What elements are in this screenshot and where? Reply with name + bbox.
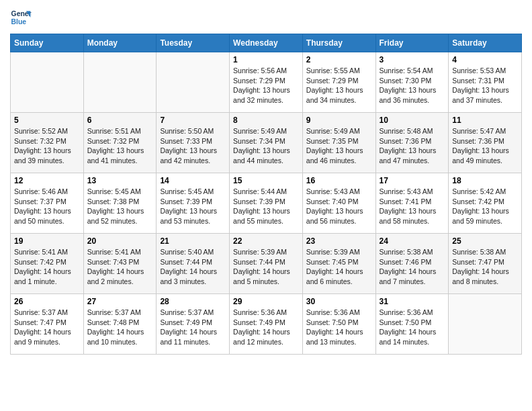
calendar-cell: [11, 52, 84, 113]
col-header-tuesday: Tuesday: [157, 34, 230, 52]
day-info: Sunrise: 5:49 AM Sunset: 7:34 PM Dayligh…: [233, 126, 299, 166]
day-info: Sunrise: 5:47 AM Sunset: 7:36 PM Dayligh…: [452, 126, 518, 166]
day-number: 9: [306, 116, 372, 125]
day-number: 5: [14, 116, 80, 125]
col-header-wednesday: Wednesday: [230, 34, 303, 52]
calendar-cell: [449, 294, 522, 355]
day-number: 3: [380, 55, 445, 64]
day-number: 1: [233, 55, 299, 64]
day-number: 2: [306, 55, 372, 64]
day-number: 14: [160, 176, 226, 185]
day-info: Sunrise: 5:37 AM Sunset: 7:48 PM Dayligh…: [87, 308, 153, 347]
day-number: 17: [380, 176, 445, 185]
day-number: 13: [87, 176, 153, 185]
calendar-cell: [157, 52, 230, 113]
day-number: 10: [380, 116, 445, 125]
day-info: Sunrise: 5:45 AM Sunset: 7:38 PM Dayligh…: [87, 187, 153, 226]
calendar-cell: 15Sunrise: 5:44 AM Sunset: 7:39 PM Dayli…: [230, 173, 303, 234]
day-info: Sunrise: 5:40 AM Sunset: 7:44 PM Dayligh…: [160, 247, 226, 287]
day-info: Sunrise: 5:51 AM Sunset: 7:32 PM Dayligh…: [87, 126, 153, 166]
calendar-cell: 25Sunrise: 5:38 AM Sunset: 7:47 PM Dayli…: [449, 234, 522, 294]
day-info: Sunrise: 5:38 AM Sunset: 7:47 PM Dayligh…: [452, 247, 518, 287]
calendar-cell: 27Sunrise: 5:37 AM Sunset: 7:48 PM Dayli…: [83, 294, 157, 355]
day-number: 6: [87, 116, 153, 125]
calendar-cell: 4Sunrise: 5:53 AM Sunset: 7:31 PM Daylig…: [449, 52, 522, 113]
day-number: 29: [233, 297, 299, 306]
calendar-table: SundayMondayTuesdayWednesdayThursdayFrid…: [10, 34, 522, 355]
calendar-cell: 21Sunrise: 5:40 AM Sunset: 7:44 PM Dayli…: [157, 234, 230, 294]
calendar-cell: 16Sunrise: 5:43 AM Sunset: 7:40 PM Dayli…: [302, 173, 375, 234]
svg-text:Blue: Blue: [11, 18, 27, 26]
day-info: Sunrise: 5:54 AM Sunset: 7:30 PM Dayligh…: [380, 66, 445, 105]
day-info: Sunrise: 5:56 AM Sunset: 7:29 PM Dayligh…: [233, 66, 299, 105]
day-number: 27: [87, 297, 153, 306]
calendar-cell: 31Sunrise: 5:36 AM Sunset: 7:50 PM Dayli…: [375, 294, 449, 355]
day-info: Sunrise: 5:55 AM Sunset: 7:29 PM Dayligh…: [306, 66, 372, 105]
day-number: 21: [160, 236, 226, 246]
day-number: 25: [452, 236, 518, 246]
col-header-monday: Monday: [83, 34, 157, 52]
calendar-cell: 13Sunrise: 5:45 AM Sunset: 7:38 PM Dayli…: [83, 173, 157, 234]
day-number: 4: [452, 55, 518, 64]
day-info: Sunrise: 5:52 AM Sunset: 7:32 PM Dayligh…: [14, 126, 80, 166]
calendar-cell: 17Sunrise: 5:43 AM Sunset: 7:41 PM Dayli…: [375, 173, 449, 234]
calendar-cell: [83, 52, 157, 113]
day-info: Sunrise: 5:38 AM Sunset: 7:46 PM Dayligh…: [380, 247, 445, 287]
day-number: 26: [14, 297, 80, 306]
day-info: Sunrise: 5:36 AM Sunset: 7:50 PM Dayligh…: [380, 308, 445, 347]
logo: General Blue: [10, 7, 34, 28]
day-info: Sunrise: 5:37 AM Sunset: 7:49 PM Dayligh…: [160, 308, 226, 347]
calendar-cell: 1Sunrise: 5:56 AM Sunset: 7:29 PM Daylig…: [230, 52, 303, 113]
day-info: Sunrise: 5:48 AM Sunset: 7:36 PM Dayligh…: [380, 126, 445, 166]
day-number: 30: [306, 297, 372, 306]
day-info: Sunrise: 5:36 AM Sunset: 7:49 PM Dayligh…: [233, 308, 299, 347]
day-number: 20: [87, 236, 153, 246]
calendar-cell: 11Sunrise: 5:47 AM Sunset: 7:36 PM Dayli…: [449, 113, 522, 173]
day-info: Sunrise: 5:41 AM Sunset: 7:42 PM Dayligh…: [14, 247, 80, 287]
calendar-cell: 10Sunrise: 5:48 AM Sunset: 7:36 PM Dayli…: [375, 113, 449, 173]
calendar-cell: 30Sunrise: 5:36 AM Sunset: 7:50 PM Dayli…: [302, 294, 375, 355]
day-info: Sunrise: 5:39 AM Sunset: 7:45 PM Dayligh…: [306, 247, 372, 287]
calendar-cell: 22Sunrise: 5:39 AM Sunset: 7:44 PM Dayli…: [230, 234, 303, 294]
day-number: 15: [233, 176, 299, 185]
calendar-cell: 5Sunrise: 5:52 AM Sunset: 7:32 PM Daylig…: [11, 113, 84, 173]
day-number: 31: [380, 297, 445, 306]
calendar-cell: 28Sunrise: 5:37 AM Sunset: 7:49 PM Dayli…: [157, 294, 230, 355]
day-info: Sunrise: 5:49 AM Sunset: 7:35 PM Dayligh…: [306, 126, 372, 166]
calendar-cell: 8Sunrise: 5:49 AM Sunset: 7:34 PM Daylig…: [230, 113, 303, 173]
col-header-thursday: Thursday: [302, 34, 375, 52]
calendar-cell: 2Sunrise: 5:55 AM Sunset: 7:29 PM Daylig…: [302, 52, 375, 113]
day-info: Sunrise: 5:37 AM Sunset: 7:47 PM Dayligh…: [14, 308, 80, 347]
day-number: 28: [160, 297, 226, 306]
calendar-cell: 23Sunrise: 5:39 AM Sunset: 7:45 PM Dayli…: [302, 234, 375, 294]
col-header-sunday: Sunday: [11, 34, 84, 52]
calendar-cell: 9Sunrise: 5:49 AM Sunset: 7:35 PM Daylig…: [302, 113, 375, 173]
day-info: Sunrise: 5:36 AM Sunset: 7:50 PM Dayligh…: [306, 308, 372, 347]
day-info: Sunrise: 5:43 AM Sunset: 7:41 PM Dayligh…: [380, 187, 445, 226]
day-number: 7: [160, 116, 226, 125]
calendar-cell: 14Sunrise: 5:45 AM Sunset: 7:39 PM Dayli…: [157, 173, 230, 234]
calendar-cell: 29Sunrise: 5:36 AM Sunset: 7:49 PM Dayli…: [230, 294, 303, 355]
col-header-friday: Friday: [375, 34, 449, 52]
day-number: 18: [452, 176, 518, 185]
day-info: Sunrise: 5:46 AM Sunset: 7:37 PM Dayligh…: [14, 187, 80, 226]
logo-icon: General Blue: [10, 7, 32, 28]
calendar-cell: 6Sunrise: 5:51 AM Sunset: 7:32 PM Daylig…: [83, 113, 157, 173]
day-info: Sunrise: 5:44 AM Sunset: 7:39 PM Dayligh…: [233, 187, 299, 226]
calendar-cell: 3Sunrise: 5:54 AM Sunset: 7:30 PM Daylig…: [375, 52, 449, 113]
calendar-cell: 20Sunrise: 5:41 AM Sunset: 7:43 PM Dayli…: [83, 234, 157, 294]
day-info: Sunrise: 5:39 AM Sunset: 7:44 PM Dayligh…: [233, 247, 299, 287]
day-info: Sunrise: 5:41 AM Sunset: 7:43 PM Dayligh…: [87, 247, 153, 287]
day-number: 12: [14, 176, 80, 185]
calendar-cell: 24Sunrise: 5:38 AM Sunset: 7:46 PM Dayli…: [375, 234, 449, 294]
day-number: 19: [14, 236, 80, 246]
calendar-cell: 7Sunrise: 5:50 AM Sunset: 7:33 PM Daylig…: [157, 113, 230, 173]
day-info: Sunrise: 5:53 AM Sunset: 7:31 PM Dayligh…: [452, 66, 518, 105]
col-header-saturday: Saturday: [449, 34, 522, 52]
day-number: 24: [380, 236, 445, 246]
page-header: General Blue: [10, 7, 522, 28]
day-number: 22: [233, 236, 299, 246]
calendar-cell: 18Sunrise: 5:42 AM Sunset: 7:42 PM Dayli…: [449, 173, 522, 234]
day-info: Sunrise: 5:42 AM Sunset: 7:42 PM Dayligh…: [452, 187, 518, 226]
day-number: 16: [306, 176, 372, 185]
